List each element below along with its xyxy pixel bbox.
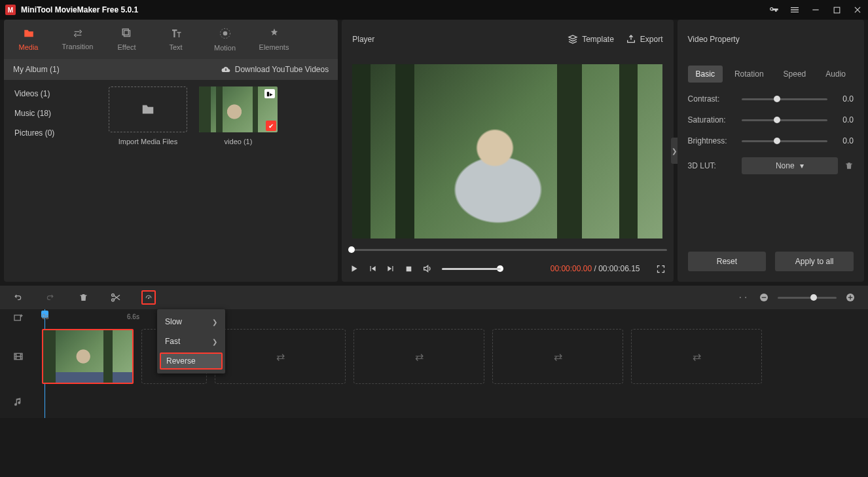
download-youtube-button[interactable]: Download YouTube Videos — [221, 65, 329, 74]
ruler-tick: 0s — [42, 313, 49, 320]
export-button[interactable]: Export — [626, 34, 663, 45]
media-thumbnail[interactable]: ▮▶ ✔ — [199, 86, 278, 132]
delete-button[interactable] — [76, 290, 90, 305]
brightness-slider[interactable] — [742, 140, 827, 142]
reset-button[interactable]: Reset — [688, 252, 767, 271]
media-label: video (1) — [225, 138, 253, 145]
app-logo: M — [5, 5, 16, 15]
my-album-label[interactable]: My Album (1) — [13, 65, 60, 74]
minimize-icon[interactable] — [810, 5, 821, 15]
play-button[interactable] — [350, 264, 359, 273]
prev-frame-button[interactable] — [368, 264, 377, 273]
empty-slot[interactable]: ⇄ — [631, 329, 762, 384]
tab-elements[interactable]: Elements — [249, 20, 298, 59]
zoom-slider[interactable] — [778, 297, 837, 299]
prop-tab-speed[interactable]: Speed — [776, 66, 814, 83]
svg-point-9 — [148, 297, 149, 299]
next-frame-button[interactable] — [386, 264, 395, 273]
svg-rect-2 — [124, 31, 130, 37]
tab-label: Elements — [259, 43, 289, 51]
tab-text[interactable]: Text — [151, 20, 200, 59]
contrast-value: 0.0 — [834, 94, 854, 104]
zoom-out-button[interactable] — [757, 290, 771, 305]
contrast-slider[interactable] — [742, 98, 827, 100]
empty-slot[interactable]: ⇄ — [215, 329, 346, 384]
speed-menu: Slow ❯ Fast ❯ Reverse — [157, 309, 225, 373]
menu-item-reverse[interactable]: Reverse — [160, 353, 223, 370]
menu-item-fast[interactable]: Fast ❯ — [157, 332, 225, 351]
lut-value: None — [776, 161, 795, 170]
svg-rect-6 — [407, 266, 412, 271]
template-label: Template — [582, 35, 614, 44]
saturation-slider[interactable] — [742, 119, 827, 121]
selected-check-icon: ✔ — [266, 121, 276, 131]
tab-media[interactable]: Media — [4, 20, 53, 59]
video-preview[interactable] — [352, 64, 662, 238]
zoom-in-button[interactable] — [843, 290, 858, 305]
timeline-clip[interactable]: 🔊 — [42, 329, 134, 384]
collapse-toggle[interactable]: ❯ — [671, 138, 678, 164]
time-duration: 00:00:06.15 — [598, 264, 640, 273]
timeline: 0s 6.6s 🔊 ⇄ ⇄ ⇄ ⇄ — [0, 286, 868, 418]
tab-effect[interactable]: Effect — [102, 20, 151, 59]
audio-track[interactable] — [37, 387, 859, 418]
menu-icon[interactable] — [789, 5, 800, 15]
motion-icon — [219, 27, 232, 40]
stop-button[interactable] — [405, 265, 413, 273]
sidebar-item-pictures[interactable]: Pictures (0) — [4, 123, 102, 143]
player-panel: Player Template Export — [342, 20, 673, 282]
svg-rect-3 — [122, 29, 128, 35]
fit-button[interactable] — [736, 290, 750, 305]
brightness-label: Brightness: — [688, 136, 735, 145]
time-current: 00:00:00.00 — [551, 264, 592, 273]
download-label: Download YouTube Videos — [235, 65, 329, 74]
close-icon[interactable] — [852, 5, 863, 15]
prop-tab-rotation[interactable]: Rotation — [727, 66, 772, 83]
import-media-button[interactable] — [109, 86, 187, 132]
export-icon — [626, 34, 636, 45]
tab-transition[interactable]: Transition — [53, 20, 102, 59]
menu-label: Slow — [165, 317, 182, 326]
player-title: Player — [352, 35, 374, 44]
tab-label: Effect — [118, 43, 136, 51]
titlebar: M MiniTool MovieMaker Free 5.0.1 — [0, 0, 868, 20]
audio-track-icon — [0, 387, 37, 418]
sidebar-item-videos[interactable]: Videos (1) — [4, 84, 102, 104]
undo-button[interactable] — [10, 290, 25, 305]
add-track-button[interactable] — [0, 309, 37, 326]
app-title: MiniTool MovieMaker Free 5.0.1 — [21, 5, 138, 14]
saturation-label: Saturation: — [688, 115, 735, 124]
video-badge-icon: ▮▶ — [264, 89, 275, 98]
tab-motion[interactable]: Motion — [200, 20, 249, 59]
volume-slider[interactable] — [442, 268, 501, 270]
redo-button[interactable] — [43, 290, 58, 305]
empty-slot[interactable]: ⇄ — [492, 329, 623, 384]
lut-delete-button[interactable] — [844, 161, 854, 170]
svg-rect-0 — [812, 9, 818, 10]
contrast-label: Contrast: — [688, 94, 735, 104]
svg-rect-15 — [14, 315, 20, 320]
key-icon[interactable] — [769, 5, 779, 15]
prop-tab-basic[interactable]: Basic — [688, 66, 723, 83]
split-button[interactable] — [109, 290, 123, 305]
maximize-icon[interactable] — [831, 5, 842, 15]
svg-point-4 — [223, 31, 227, 36]
lut-select[interactable]: None ▾ — [742, 157, 838, 174]
video-track-icon — [0, 326, 37, 387]
prop-tab-audio[interactable]: Audio — [818, 66, 854, 83]
brightness-value: 0.0 — [834, 136, 854, 145]
export-label: Export — [640, 35, 663, 44]
volume-button[interactable] — [422, 263, 433, 274]
media-panel: Media Transition Effect Text Motion Elem… — [4, 20, 338, 282]
sidebar-item-music[interactable]: Music (18) — [4, 104, 102, 123]
speed-button[interactable] — [141, 290, 156, 305]
apply-all-button[interactable]: Apply to all — [775, 252, 854, 271]
fullscreen-button[interactable] — [656, 264, 666, 274]
menu-item-slow[interactable]: Slow ❯ — [157, 312, 225, 332]
template-button[interactable]: Template — [568, 34, 614, 45]
chevron-down-icon: ▾ — [800, 161, 804, 170]
progress-knob[interactable] — [348, 246, 355, 253]
menu-label: Fast — [165, 337, 180, 346]
progress-bar[interactable] — [348, 249, 666, 251]
empty-slot[interactable]: ⇄ — [353, 329, 484, 384]
